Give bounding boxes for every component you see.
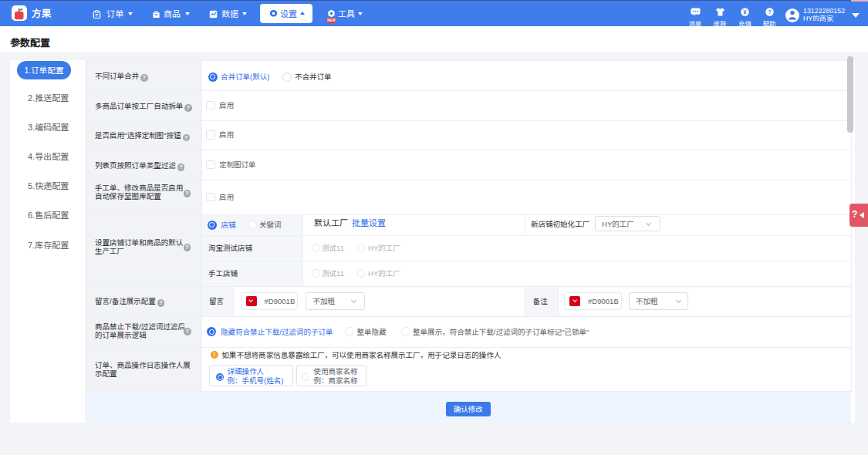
svg-text:?: ? [768,8,772,15]
